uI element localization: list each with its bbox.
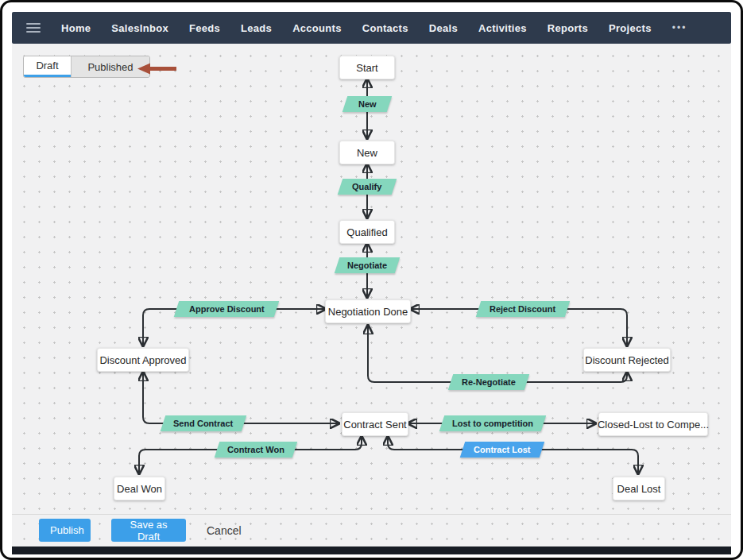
transition-negotiate[interactable]: Negotiate — [335, 257, 400, 273]
stage-start[interactable]: Start — [339, 56, 395, 79]
nav-item-leads[interactable]: Leads — [241, 22, 272, 34]
nav-more-icon[interactable]: ••• — [672, 22, 687, 33]
transition-contract-won[interactable]: Contract Won — [215, 442, 297, 458]
hamburger-menu-icon[interactable] — [26, 23, 41, 33]
transition-label: Reject Discount — [490, 304, 555, 314]
transition-label: Negotiate — [347, 261, 387, 270]
nav-item-accounts[interactable]: Accounts — [292, 22, 342, 34]
stage-negotiation-done[interactable]: Negotiation Done — [325, 299, 411, 323]
app-window: Home SalesInbox Feeds Leads Accounts Con… — [0, 0, 743, 560]
transition-label: New — [358, 99, 377, 109]
stage-closed-lost[interactable]: Closed-Lost to Compe... — [598, 412, 708, 436]
nav-item-deals[interactable]: Deals — [429, 22, 458, 34]
stage-qualified[interactable]: Qualified — [339, 220, 395, 244]
stage-new[interactable]: New — [339, 141, 395, 164]
transition-label: Re-Negotiate — [462, 377, 516, 387]
transition-send-contract[interactable]: Send Contract — [161, 415, 246, 431]
stage-deal-won[interactable]: Deal Won — [114, 477, 165, 500]
top-navbar: Home SalesInbox Feeds Leads Accounts Con… — [12, 12, 731, 44]
bottom-dark-strip — [12, 546, 731, 554]
flow-connectors — [12, 44, 731, 546]
blueprint-canvas: Draft Published Start Ne — [12, 44, 731, 546]
nav-item-activities[interactable]: Activities — [478, 22, 527, 34]
nav-item-salesinbox[interactable]: SalesInbox — [111, 22, 168, 34]
stage-discount-approved[interactable]: Discount Approved — [97, 348, 189, 372]
transition-label: Qualify — [352, 182, 381, 191]
stage-deal-lost[interactable]: Deal Lost — [613, 477, 665, 500]
transition-re-negotiate[interactable]: Re-Negotiate — [448, 374, 529, 390]
nav-item-feeds[interactable]: Feeds — [189, 22, 220, 34]
transition-label: Send Contract — [173, 419, 233, 428]
transition-approve-discount[interactable]: Approve Discount — [174, 301, 279, 317]
stage-discount-rejected[interactable]: Discount Rejected — [583, 348, 671, 372]
stage-contract-sent[interactable]: Contract Sent — [342, 412, 408, 436]
transition-lost-to-competition[interactable]: Lost to competition — [439, 415, 546, 431]
transition-label: Approve Discount — [189, 304, 265, 314]
transition-label: Contract Won — [227, 445, 284, 454]
nav-item-projects[interactable]: Projects — [609, 22, 652, 34]
transition-reject-discount[interactable]: Reject Discount — [476, 301, 570, 317]
transition-label: Contract Lost — [474, 445, 531, 454]
nav-item-contacts[interactable]: Contacts — [362, 22, 408, 34]
transition-contract-lost[interactable]: Contract Lost — [460, 442, 544, 458]
transition-label: Lost to competition — [452, 419, 533, 428]
transition-qualify[interactable]: Qualify — [338, 179, 397, 195]
nav-item-home[interactable]: Home — [61, 22, 91, 34]
transition-new[interactable]: New — [342, 96, 392, 112]
nav-item-reports[interactable]: Reports — [548, 22, 588, 34]
